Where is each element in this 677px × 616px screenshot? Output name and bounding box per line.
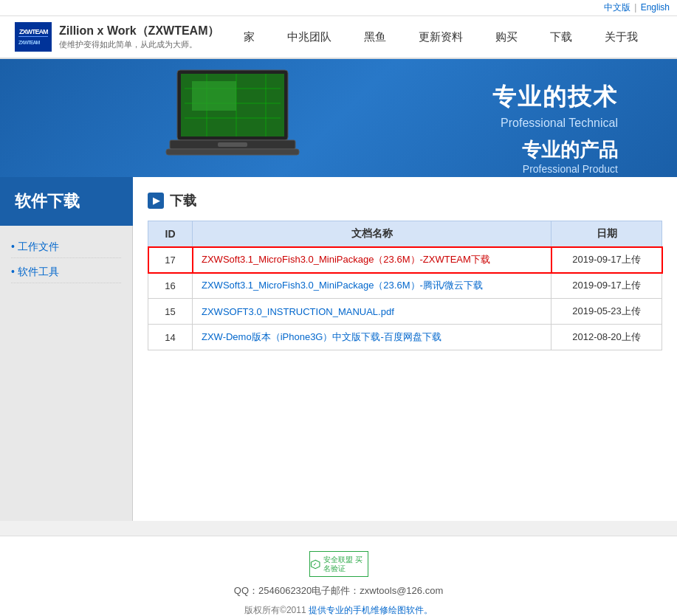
page-title: 软件下载 bbox=[0, 177, 133, 226]
hero-banner: 专业的技术 Professional Technical 专业的产品 Profe… bbox=[0, 59, 677, 177]
hero-text: 专业的技术 Professional Technical 专业的产品 Profe… bbox=[492, 81, 618, 175]
cell-name: ZXWSoft3.1_MicroFish3.0_MiniPackage（23.6… bbox=[193, 273, 551, 299]
nav-about[interactable]: 关于我 bbox=[588, 24, 654, 50]
copyright: 版权所有©2011 提供专业的手机维修绘图软件。 由ZXWTEAM提供支持 bbox=[15, 603, 662, 616]
nav-home[interactable]: 家 bbox=[227, 24, 271, 50]
logo-icon: ZXWTEAM ZXWTEAM bbox=[15, 22, 52, 52]
section-icon: ▶ bbox=[148, 193, 164, 209]
table-row: 14ZXW-Demo版本（iPhone3G）中文版下载-百度网盘下载2012-0… bbox=[148, 325, 662, 350]
cell-name: ZXW-Demo版本（iPhone3G）中文版下载-百度网盘下载 bbox=[193, 325, 551, 350]
copyright-link[interactable]: 提供专业的手机维修绘图软件。 bbox=[309, 605, 433, 615]
chinese-lang-link[interactable]: 中文版 bbox=[604, 2, 630, 13]
sidebar-container: 软件下载 工作文件 软件工具 bbox=[0, 177, 133, 521]
lang-separator: | bbox=[634, 2, 636, 13]
security-badge: ✓ 安全联盟 买名验证 bbox=[309, 551, 368, 577]
svg-rect-14 bbox=[166, 149, 299, 155]
cell-date: 2019-05-23上传 bbox=[551, 299, 662, 325]
main-content: ▶ 下载 ID 文档名称 日期 17ZXWSoft3.1_MicroFish3.… bbox=[133, 177, 677, 521]
download-link[interactable]: ZXWSoft3.1_MicroFish3.0_MiniPackage（23.6… bbox=[202, 254, 490, 265]
svg-rect-15 bbox=[218, 142, 247, 147]
nav-update[interactable]: 更新资料 bbox=[402, 24, 479, 50]
hero-line4: Professional Product bbox=[492, 163, 618, 175]
svg-text:ZXWTEAM: ZXWTEAM bbox=[18, 40, 41, 45]
page-body: 软件下载 工作文件 软件工具 ▶ 下载 ID 文档名称 日期 bbox=[0, 177, 677, 521]
table-row: 17ZXWSoft3.1_MicroFish3.0_MiniPackage（23… bbox=[148, 247, 662, 273]
cell-id: 14 bbox=[148, 325, 193, 350]
sidebar-item-software-tools[interactable]: 软件工具 bbox=[11, 262, 121, 283]
hero-line2: Professional Technical bbox=[492, 117, 618, 130]
contact-info: QQ：2546062320电子邮件：zxwtools@126.com bbox=[15, 584, 662, 598]
col-header-date: 日期 bbox=[551, 221, 662, 247]
nav-download[interactable]: 下载 bbox=[534, 24, 588, 50]
nav-buy[interactable]: 购买 bbox=[479, 24, 534, 50]
table-header-row: ID 文档名称 日期 bbox=[148, 221, 662, 247]
language-bar: 中文版 | English bbox=[0, 0, 677, 16]
hero-line3: 专业的产品 bbox=[492, 137, 618, 163]
company-name: Zillion x Work（ZXWTEAM） bbox=[59, 24, 219, 39]
security-badge-area: ✓ 安全联盟 买名验证 bbox=[15, 551, 662, 584]
table-row: 16ZXWSoft3.1_MicroFish3.0_MiniPackage（23… bbox=[148, 273, 662, 299]
cell-id: 15 bbox=[148, 299, 193, 325]
company-tagline: 使维护变得如此简单，从此成为大师。 bbox=[59, 39, 219, 50]
sidebar: 工作文件 软件工具 bbox=[0, 226, 133, 521]
footer: ✓ 安全联盟 买名验证 QQ：2546062320电子邮件：zxwtools@1… bbox=[0, 536, 677, 616]
cell-date: 2012-08-20上传 bbox=[551, 325, 662, 350]
logo-area: ZXWTEAM ZXWTEAM Zillion x Work（ZXWTEAM） … bbox=[15, 22, 219, 52]
copyright-line1: 版权所有©2011 bbox=[244, 605, 306, 615]
nav-team[interactable]: 中兆团队 bbox=[271, 24, 348, 50]
main-nav: 家 中兆团队 黑鱼 更新资料 购买 下载 关于我 bbox=[219, 24, 662, 50]
download-link[interactable]: ZXWSOFT3.0_INSTRUCTION_MANUAL.pdf bbox=[202, 306, 394, 317]
cell-name: ZXWSOFT3.0_INSTRUCTION_MANUAL.pdf bbox=[193, 299, 551, 325]
section-title: ▶ 下载 bbox=[148, 192, 662, 210]
badge-text: 安全联盟 买名验证 bbox=[323, 556, 368, 573]
cell-name: ZXWSoft3.1_MicroFish3.0_MiniPackage（23.6… bbox=[193, 247, 551, 273]
cell-date: 2019-09-17上传 bbox=[551, 273, 662, 299]
nav-heiyu[interactable]: 黑鱼 bbox=[348, 24, 402, 50]
col-header-name: 文档名称 bbox=[193, 221, 551, 247]
svg-text:✓: ✓ bbox=[313, 562, 317, 567]
cell-id: 16 bbox=[148, 273, 193, 299]
english-lang-link[interactable]: English bbox=[641, 2, 670, 13]
section-title-text: 下载 bbox=[170, 192, 196, 210]
download-link[interactable]: ZXWSoft3.1_MicroFish3.0_MiniPackage（23.6… bbox=[202, 280, 483, 291]
hero-laptop-image bbox=[162, 66, 310, 170]
svg-text:ZXWTEAM: ZXWTEAM bbox=[19, 28, 48, 35]
cell-date: 2019-09-17上传 bbox=[551, 247, 662, 273]
header: ZXWTEAM ZXWTEAM Zillion x Work（ZXWTEAM） … bbox=[0, 16, 677, 59]
logo-text-block: Zillion x Work（ZXWTEAM） 使维护变得如此简单，从此成为大师… bbox=[59, 24, 219, 50]
cell-id: 17 bbox=[148, 247, 193, 273]
table-row: 15ZXWSOFT3.0_INSTRUCTION_MANUAL.pdf2019-… bbox=[148, 299, 662, 325]
hero-line1: 专业的技术 bbox=[492, 81, 618, 114]
svg-rect-12 bbox=[192, 81, 236, 111]
download-table: ID 文档名称 日期 17ZXWSoft3.1_MicroFish3.0_Min… bbox=[148, 221, 662, 350]
col-header-id: ID bbox=[148, 221, 193, 247]
sidebar-item-work-files[interactable]: 工作文件 bbox=[11, 237, 121, 258]
svg-rect-2 bbox=[18, 36, 48, 37]
table-body: 17ZXWSoft3.1_MicroFish3.0_MiniPackage（23… bbox=[148, 247, 662, 350]
download-link[interactable]: ZXW-Demo版本（iPhone3G）中文版下载-百度网盘下载 bbox=[202, 331, 441, 342]
